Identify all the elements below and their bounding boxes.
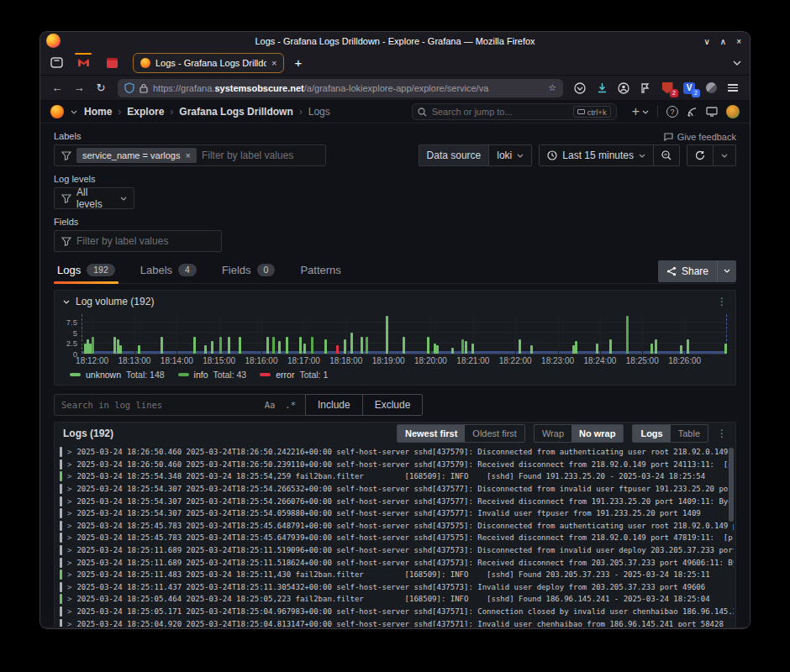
reload-button[interactable]: ↻ [91,79,111,97]
log-row[interactable]: >2025-03-24 18:26:50.460 2025-03-24T18:2… [60,459,734,471]
expand-row-icon[interactable]: > [67,497,71,506]
give-feedback-link[interactable]: Give feedback [664,132,736,142]
fields-filter-input-box[interactable] [54,230,222,252]
global-search-input[interactable] [432,107,568,117]
expand-row-icon[interactable]: > [67,583,71,591]
pocket-icon[interactable] [570,79,590,97]
tracking-shield-icon[interactable] [124,82,134,93]
tab-fields[interactable]: Fields0 [219,259,279,283]
log-row[interactable]: >2025-03-24 18:25:11.689 2025-03-24T18:2… [60,556,734,569]
log-row[interactable]: >2025-03-24 18:25:54.307 2025-03-24T18:2… [60,483,734,496]
log-row[interactable]: >2025-03-24 18:25:11.483 2025-03-24 18:2… [60,569,734,581]
user-avatar[interactable] [726,105,740,118]
window-minimize-icon[interactable]: ∨ [704,37,710,46]
label-filter-input-box[interactable]: service_name = varlogs× [54,144,326,166]
breadcrumb-item[interactable]: Explore [127,106,164,118]
logs-scrollbar[interactable] [729,448,734,522]
exclude-button[interactable]: Exclude [362,395,423,415]
account-icon[interactable] [614,79,634,97]
log-search-box[interactable]: Aa .* [54,394,306,416]
zoom-out-button[interactable] [654,144,680,166]
log-row[interactable]: >2025-03-24 18:25:54.307 2025-03-24T18:2… [60,495,734,507]
ublock-icon[interactable]: 2 [657,79,677,97]
log-search-input[interactable] [61,400,257,410]
expand-row-icon[interactable]: > [67,620,71,627]
back-button[interactable]: ← [47,79,67,97]
log-row[interactable]: >2025-03-24 18:25:04.920 2025-03-24T18:2… [60,617,734,627]
time-range-button[interactable]: Last 15 minutes [539,144,654,166]
forward-button[interactable]: → [69,79,89,97]
pinned-tab-gmail[interactable] [71,53,96,73]
expand-row-icon[interactable]: > [67,607,71,616]
vimium-icon[interactable]: V 2 [679,79,699,97]
tab-close-icon[interactable]: × [271,58,276,68]
log-volume-title[interactable]: Log volume (192) [76,296,154,307]
log-row[interactable]: >2025-03-24 18:26:50.460 2025-03-24T18:2… [60,446,734,459]
toggle-newest-first[interactable]: Newest first [398,425,465,442]
add-new-button[interactable]: + [632,104,649,119]
tab-logs[interactable]: Logs192 [54,259,118,283]
datasource-value[interactable]: loki [489,144,532,166]
breadcrumb-item[interactable]: Home [84,106,112,118]
global-search[interactable]: ctrl+k [412,103,617,120]
help-icon[interactable]: ? [666,106,678,118]
toggle-wrap[interactable]: Wrap [535,425,571,442]
refresh-button[interactable] [687,144,714,166]
label-filter-input[interactable] [202,150,319,161]
grafana-logo-icon[interactable] [50,105,64,118]
news-icon[interactable] [687,107,698,118]
expand-row-icon[interactable]: > [67,460,71,469]
fields-filter-input[interactable] [76,235,214,247]
expand-row-icon[interactable]: > [67,448,71,456]
toggle-no-wrap[interactable]: No wrap [571,425,623,442]
expand-row-icon[interactable]: > [67,472,71,480]
collapse-panel-icon[interactable] [63,300,70,304]
expand-row-icon[interactable]: > [67,546,71,554]
expand-row-icon[interactable]: > [67,533,71,542]
regex-button[interactable]: .* [282,400,298,410]
chip-remove-icon[interactable]: × [185,150,190,160]
window-maximize-icon[interactable]: ∧ [720,37,726,46]
theme-icon[interactable] [701,79,721,97]
legend-item[interactable]: unknownTotal: 148 [70,370,165,380]
share-button[interactable]: Share [658,260,736,282]
panel-menu-icon[interactable]: ⋮ [717,296,727,307]
expand-row-icon[interactable]: > [67,485,71,493]
log-row[interactable]: >2025-03-24 18:25:45.783 2025-03-24T18:2… [60,532,734,544]
pinned-tab-red[interactable] [99,53,124,73]
log-row[interactable]: >2025-03-24 18:25:05.464 2025-03-24 18:2… [60,593,734,606]
bookmark-star-icon[interactable]: ☆ [548,82,556,93]
log-row[interactable]: >2025-03-24 18:25:11.689 2025-03-24T18:2… [60,544,734,557]
toggle-logs[interactable]: Logs [633,425,670,442]
browser-tab-active[interactable]: Logs - Grafana Logs Drilldow × [133,53,284,73]
breadcrumb-item[interactable]: Grafana Logs Drilldown [179,106,292,118]
expand-row-icon[interactable]: > [67,570,71,579]
tab-patterns[interactable]: Patterns [297,259,344,283]
include-button[interactable]: Include [306,395,362,415]
nav-expand-icon[interactable] [71,110,77,114]
url-bar[interactable]: https://grafana.systemsobscure.net/a/gra… [118,79,563,97]
log-row[interactable]: >2025-03-24 18:25:45.783 2025-03-24T18:2… [60,520,734,533]
toggle-table[interactable]: Table [671,425,708,442]
expand-row-icon[interactable]: > [67,522,71,530]
log-row[interactable]: >2025-03-24 18:25:54.348 2025-03-24 18:2… [60,470,734,483]
legend-item[interactable]: errorTotal: 1 [260,370,328,380]
logs-panel-menu-icon[interactable]: ⋮ [717,428,727,439]
firefox-view-icon[interactable] [45,54,67,72]
legend-item[interactable]: infoTotal: 43 [178,370,247,380]
window-close-icon[interactable]: × [736,37,741,46]
extension-icon[interactable] [635,79,656,97]
toggle-oldest-first[interactable]: Oldest first [465,425,524,442]
refresh-interval-button[interactable] [714,144,736,166]
log-levels-dropdown[interactable]: All levels [54,187,134,209]
download-icon[interactable] [592,79,612,97]
log-row[interactable]: >2025-03-24 18:25:05.171 2025-03-24T18:2… [60,606,734,618]
log-row[interactable]: >2025-03-24 18:25:54.307 2025-03-24T18:2… [60,507,734,520]
screen-icon[interactable] [706,107,718,117]
expand-row-icon[interactable]: > [67,509,71,517]
log-volume-plot[interactable] [82,314,727,354]
match-case-button[interactable]: Aa [262,400,278,410]
expand-row-icon[interactable]: > [67,559,71,567]
new-tab-button[interactable]: + [287,55,308,70]
log-row[interactable]: >2025-03-24 18:25:11.437 2025-03-24T18:2… [60,581,734,594]
